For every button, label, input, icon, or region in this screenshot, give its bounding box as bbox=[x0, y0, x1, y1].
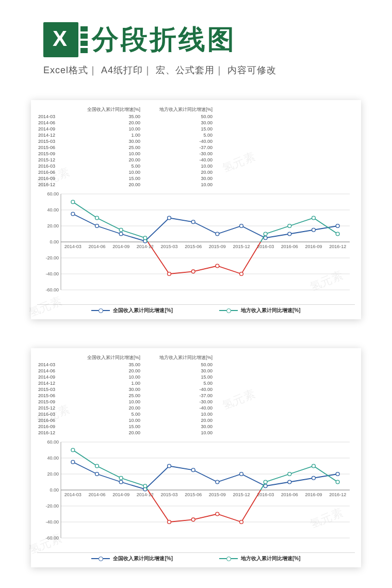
svg-text:2016-12: 2016-12 bbox=[329, 244, 346, 249]
svg-point-88 bbox=[288, 480, 291, 484]
svg-text:2015-12: 2015-12 bbox=[233, 244, 250, 249]
svg-point-80 bbox=[95, 472, 99, 476]
svg-text:2014-03: 2014-03 bbox=[64, 244, 81, 249]
legend: 全国收入累计同比增速[%] 地方收入累计同比增速[%] bbox=[37, 304, 355, 315]
subtitle: Excel格式｜ A4纸打印｜ 宏、公式套用｜ 内容可修改 bbox=[0, 64, 392, 76]
svg-point-102 bbox=[336, 480, 339, 484]
svg-text:2014-09: 2014-09 bbox=[112, 492, 129, 497]
svg-text:-40.00: -40.00 bbox=[45, 271, 59, 276]
svg-point-38 bbox=[336, 224, 339, 228]
svg-point-96 bbox=[191, 518, 195, 521]
svg-point-49 bbox=[312, 216, 316, 220]
svg-point-85 bbox=[216, 480, 219, 484]
svg-text:-20.00: -20.00 bbox=[45, 255, 59, 260]
chart-panel-1: 2014-03 2014-06 2014-09 2014-12 2015-03 … bbox=[31, 100, 361, 319]
svg-text:2014-03: 2014-03 bbox=[64, 492, 81, 497]
svg-text:40.00: 40.00 bbox=[47, 207, 59, 213]
svg-point-41 bbox=[119, 228, 123, 232]
excel-icon bbox=[43, 22, 78, 57]
svg-text:60.00: 60.00 bbox=[47, 439, 59, 445]
svg-text:-40.00: -40.00 bbox=[45, 519, 59, 525]
svg-point-43 bbox=[168, 272, 171, 276]
svg-text:2015-06: 2015-06 bbox=[185, 244, 202, 249]
chart-svg-1: 60.0040.0020.000.00-20.00-40.00-60.00201… bbox=[37, 190, 355, 303]
svg-point-50 bbox=[336, 232, 339, 236]
svg-point-86 bbox=[240, 472, 243, 476]
svg-point-83 bbox=[168, 464, 171, 468]
svg-point-45 bbox=[216, 264, 219, 268]
svg-text:2014-09: 2014-09 bbox=[112, 244, 129, 249]
svg-point-91 bbox=[71, 448, 75, 452]
svg-text:2015-09: 2015-09 bbox=[209, 244, 226, 249]
svg-point-99 bbox=[264, 480, 267, 484]
svg-point-34 bbox=[240, 224, 243, 228]
data-table: 2014-03 2014-06 2014-09 2014-12 2015-03 … bbox=[37, 354, 355, 436]
svg-text:0.00: 0.00 bbox=[50, 239, 59, 244]
svg-text:0.00: 0.00 bbox=[50, 487, 59, 493]
svg-point-79 bbox=[71, 460, 75, 464]
svg-text:2015-09: 2015-09 bbox=[209, 492, 226, 497]
svg-point-39 bbox=[71, 200, 75, 204]
legend-swatch-teal bbox=[219, 558, 238, 559]
svg-point-81 bbox=[119, 480, 123, 484]
svg-text:-60.00: -60.00 bbox=[45, 287, 59, 292]
svg-point-94 bbox=[143, 484, 147, 488]
header: 分段折线图 bbox=[0, 0, 392, 64]
legend-swatch-teal bbox=[219, 310, 238, 311]
svg-text:-20.00: -20.00 bbox=[45, 503, 59, 509]
svg-point-46 bbox=[240, 272, 243, 276]
svg-point-90 bbox=[336, 472, 339, 476]
svg-point-32 bbox=[191, 220, 195, 224]
svg-point-93 bbox=[119, 476, 123, 480]
svg-text:2015-03: 2015-03 bbox=[160, 492, 177, 497]
legend-swatch-blue bbox=[91, 558, 110, 559]
svg-point-47 bbox=[264, 232, 267, 236]
svg-text:2015-06: 2015-06 bbox=[185, 492, 202, 497]
svg-point-84 bbox=[191, 468, 195, 472]
svg-point-42 bbox=[143, 236, 147, 240]
svg-text:2016-03: 2016-03 bbox=[257, 244, 274, 249]
svg-point-40 bbox=[95, 216, 99, 220]
svg-text:2016-09: 2016-09 bbox=[305, 492, 322, 497]
svg-text:2015-12: 2015-12 bbox=[233, 492, 250, 497]
svg-point-33 bbox=[216, 232, 219, 236]
data-table: 2014-03 2014-06 2014-09 2014-12 2015-03 … bbox=[37, 106, 355, 188]
svg-point-95 bbox=[168, 520, 171, 524]
svg-point-100 bbox=[288, 472, 291, 476]
svg-text:40.00: 40.00 bbox=[47, 455, 59, 461]
svg-point-89 bbox=[312, 476, 316, 480]
svg-point-37 bbox=[312, 228, 316, 232]
svg-point-92 bbox=[95, 464, 99, 468]
svg-text:2016-12: 2016-12 bbox=[329, 492, 346, 497]
svg-point-101 bbox=[312, 464, 316, 468]
svg-point-27 bbox=[71, 212, 75, 216]
svg-text:2015-03: 2015-03 bbox=[160, 244, 177, 249]
svg-point-44 bbox=[191, 270, 195, 273]
legend: 全国收入累计同比增速[%] 地方收入累计同比增速[%] bbox=[37, 552, 355, 563]
svg-text:60.00: 60.00 bbox=[47, 191, 59, 197]
chart-panel-2: 2014-03 2014-06 2014-09 2014-12 2015-03 … bbox=[31, 348, 361, 567]
svg-text:20.00: 20.00 bbox=[47, 223, 59, 228]
svg-point-36 bbox=[288, 232, 291, 236]
page-title: 分段折线图 bbox=[92, 22, 236, 58]
chart-svg-2: 60.0040.0020.000.00-20.00-40.00-60.00201… bbox=[37, 438, 355, 551]
svg-point-97 bbox=[216, 512, 219, 516]
svg-point-98 bbox=[240, 520, 243, 524]
svg-text:2016-06: 2016-06 bbox=[281, 244, 298, 249]
svg-text:2016-09: 2016-09 bbox=[305, 244, 322, 249]
svg-text:2014-06: 2014-06 bbox=[88, 244, 105, 249]
svg-point-31 bbox=[168, 216, 171, 220]
svg-text:2014-06: 2014-06 bbox=[88, 492, 105, 497]
svg-text:2016-03: 2016-03 bbox=[257, 492, 274, 497]
svg-point-29 bbox=[119, 232, 123, 236]
svg-point-48 bbox=[288, 224, 291, 228]
legend-swatch-blue bbox=[91, 310, 110, 311]
svg-text:-60.00: -60.00 bbox=[45, 535, 59, 541]
svg-text:20.00: 20.00 bbox=[47, 471, 59, 477]
svg-point-28 bbox=[95, 224, 99, 228]
svg-text:2016-06: 2016-06 bbox=[281, 492, 298, 497]
